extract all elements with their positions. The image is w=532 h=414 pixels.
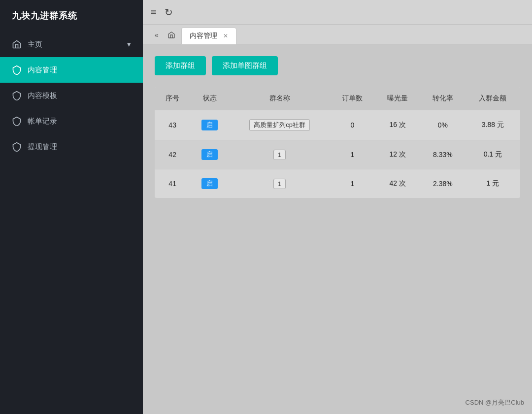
action-buttons: 添加群组 添加单图群组 [155,56,520,75]
chevron-down-icon: ▾ [127,40,131,49]
add-single-group-button[interactable]: 添加单图群组 [212,56,278,75]
shield-icon-4 [12,142,22,152]
tab-close-button[interactable]: ✕ [223,32,228,39]
col-header-status: 状态 [190,87,229,110]
cell-exposure: 16 次 [375,110,420,140]
groups-table-container: 序号 状态 群名称 订单数 曝光量 转化率 入群金额 [155,87,520,198]
groups-table: 序号 状态 群名称 订单数 曝光量 转化率 入群金额 [155,87,520,198]
shield-icon-3 [12,116,22,126]
group-name-badge: 1 [273,150,286,160]
sidebar-item-billing-label: 帐单记录 [28,117,57,126]
group-name-text: 高质量扩列cp社群 [249,119,310,131]
group-name-badge: 1 [273,179,286,189]
tab-nav-back-button[interactable]: « [151,29,163,41]
cell-index: 42 [155,140,190,169]
cell-amount: 3.88 元 [466,110,520,140]
tab-content-management[interactable]: 内容管理 ✕ [181,28,236,44]
cell-amount: 0.1 元 [466,140,520,169]
cell-status: 启 [190,110,229,140]
tab-nav-buttons: « [151,29,177,41]
refresh-icon[interactable]: ↻ [165,6,173,18]
sidebar-item-content-template[interactable]: 内容模板 [0,83,143,108]
app-title: 九块九进群系统 [0,0,143,32]
sidebar-item-content-template-label: 内容模板 [28,91,57,100]
cell-group-name: 1 [230,140,330,169]
tab-content-management-label: 内容管理 [190,32,217,40]
sidebar-item-home[interactable]: 主页 ▾ [0,32,143,57]
sidebar-item-billing[interactable]: 帐单记录 [0,108,143,134]
cell-group-name: 高质量扩列cp社群 [230,110,330,140]
sidebar-item-content-management[interactable]: 内容管理 [0,57,143,83]
cell-exposure: 42 次 [375,169,420,198]
sidebar-item-withdrawal[interactable]: 提现管理 [0,134,143,159]
col-header-exposure: 曝光量 [375,87,420,110]
col-header-amount: 入群金额 [466,87,520,110]
col-header-conversion: 转化率 [420,87,466,110]
home-tab-icon [167,31,175,39]
tab-nav-home-button[interactable] [166,29,177,41]
cell-index: 41 [155,169,190,198]
table-row: 41 启 1 1 42 次 2.38% 1 元 [155,169,520,198]
shield-icon [12,65,22,75]
cell-amount: 1 元 [466,169,520,198]
cell-conversion: 0% [420,110,466,140]
cell-status: 启 [190,169,229,198]
cell-group-name: 1 [230,169,330,198]
cell-orders: 1 [330,169,375,198]
status-badge[interactable]: 启 [201,178,218,189]
table-header-row: 序号 状态 群名称 订单数 曝光量 转化率 入群金额 [155,87,520,110]
cell-status: 启 [190,140,229,169]
menu-toggle-icon[interactable]: ≡ [151,6,157,18]
col-header-orders: 订单数 [330,87,375,110]
col-header-group-name: 群名称 [230,87,330,110]
home-icon [12,39,22,49]
main-area: ≡ ↻ « 内容管理 ✕ 添加群组 添加单图群组 [143,0,532,414]
sidebar-item-content-management-label: 内容管理 [28,65,57,75]
col-header-index: 序号 [155,87,190,110]
add-group-button[interactable]: 添加群组 [155,56,206,75]
sidebar: 九块九进群系统 主页 ▾ 内容管理 内容模板 [0,0,143,414]
topbar: ≡ ↻ [143,0,532,25]
cell-orders: 1 [330,140,375,169]
cell-conversion: 8.33% [420,140,466,169]
cell-index: 43 [155,110,190,140]
cell-exposure: 12 次 [375,140,420,169]
sidebar-nav: 主页 ▾ 内容管理 内容模板 帐单记录 [0,32,143,159]
cell-orders: 0 [330,110,375,140]
status-badge[interactable]: 启 [201,120,218,130]
table-row: 42 启 1 1 12 次 8.33% 0.1 元 [155,140,520,169]
sidebar-item-home-label: 主页 [28,40,42,49]
shield-icon-2 [12,91,22,100]
tabs-bar: « 内容管理 ✕ [143,25,532,44]
content-area: 添加群组 添加单图群组 序号 状态 群名称 订单数 曝光量 [143,44,532,414]
table-row: 43 启 高质量扩列cp社群 0 16 次 0% 3.88 元 [155,110,520,140]
status-badge[interactable]: 启 [201,149,218,160]
sidebar-item-withdrawal-label: 提现管理 [28,142,57,152]
cell-conversion: 2.38% [420,169,466,198]
